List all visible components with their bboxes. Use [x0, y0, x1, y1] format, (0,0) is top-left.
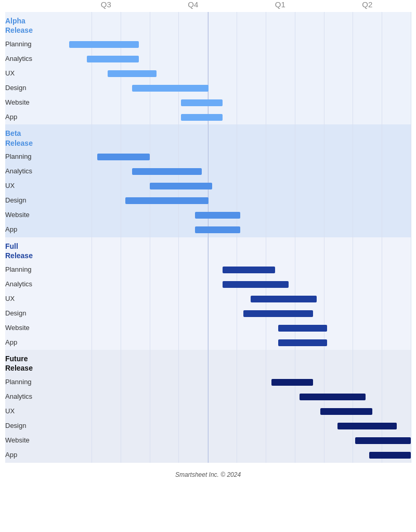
section-header-future: Future Release: [5, 350, 411, 375]
task-bars-full-5: [62, 335, 411, 350]
task-label-alpha-0: Planning: [5, 38, 62, 51]
gantt-bar-full-0: [223, 267, 275, 273]
task-bars-future-3: [62, 419, 411, 434]
task-row-alpha-3: Design: [5, 81, 411, 95]
task-label-beta-1: Analytics: [5, 165, 62, 178]
task-bars-beta-0: [62, 150, 411, 164]
quarter-q3: Q3: [62, 0, 150, 9]
section-header-bars-beta: [62, 130, 411, 145]
gantt-bar-alpha-1: [87, 56, 139, 62]
task-bars-full-2: [62, 292, 411, 306]
footer-text: Smartsheet Inc. © 2024: [175, 471, 241, 478]
quarter-q1: Q1: [237, 0, 324, 9]
task-row-future-2: UX: [5, 404, 411, 419]
task-label-beta-3: Design: [5, 194, 62, 207]
gantt-bar-future-4: [355, 437, 411, 444]
gantt-bar-full-1: [223, 281, 289, 288]
task-row-beta-4: Website: [5, 208, 411, 223]
task-bars-beta-5: [62, 223, 411, 237]
task-row-full-0: Planning: [5, 262, 411, 277]
task-row-future-0: Planning: [5, 375, 411, 390]
task-row-future-5: App: [5, 448, 411, 463]
gantt-body: Alpha ReleasePlanningAnalyticsUXDesignWe…: [5, 12, 411, 463]
gantt-bar-alpha-2: [108, 70, 157, 77]
quarter-q4: Q4: [150, 0, 237, 9]
task-label-future-5: App: [5, 449, 62, 462]
quarter-q2: Q2: [324, 0, 411, 9]
gantt-bar-alpha-0: [69, 41, 139, 48]
task-row-beta-1: Analytics: [5, 164, 411, 179]
gantt-bar-alpha-3: [132, 85, 209, 92]
gantt-bar-beta-1: [132, 168, 202, 175]
task-bars-future-5: [62, 448, 411, 463]
task-row-future-4: Website: [5, 434, 411, 448]
task-label-alpha-1: Analytics: [5, 53, 62, 66]
task-label-alpha-5: App: [5, 111, 62, 124]
section-block-future: Future ReleasePlanningAnalyticsUXDesignW…: [5, 350, 411, 462]
task-row-alpha-2: UX: [5, 66, 411, 81]
section-block-alpha: Alpha ReleasePlanningAnalyticsUXDesignWe…: [5, 12, 411, 124]
task-label-full-2: UX: [5, 293, 62, 306]
task-bars-future-2: [62, 404, 411, 419]
task-bars-alpha-1: [62, 52, 411, 66]
task-label-future-4: Website: [5, 434, 62, 447]
task-row-alpha-1: Analytics: [5, 52, 411, 66]
task-row-full-5: App: [5, 335, 411, 350]
task-label-beta-4: Website: [5, 209, 62, 222]
task-row-beta-3: Design: [5, 194, 411, 208]
task-row-full-2: UX: [5, 292, 411, 306]
task-bars-full-4: [62, 321, 411, 335]
gantt-bar-beta-2: [150, 183, 213, 189]
task-row-alpha-5: App: [5, 110, 411, 124]
task-label-future-3: Design: [5, 420, 62, 433]
task-label-beta-0: Planning: [5, 150, 62, 163]
gantt-bar-beta-5: [195, 226, 240, 233]
section-title-future: Future Release: [5, 350, 62, 375]
task-bars-full-1: [62, 277, 411, 292]
task-row-beta-5: App: [5, 223, 411, 237]
task-row-full-3: Design: [5, 306, 411, 321]
task-label-beta-5: App: [5, 223, 62, 236]
task-label-full-4: Website: [5, 322, 62, 335]
task-label-beta-2: UX: [5, 180, 62, 193]
task-bars-alpha-3: [62, 81, 411, 95]
task-bars-alpha-2: [62, 66, 411, 81]
gantt-bar-future-2: [320, 408, 373, 415]
gantt-bar-full-2: [251, 296, 317, 302]
task-bars-full-3: [62, 306, 411, 321]
task-bars-beta-3: [62, 194, 411, 208]
task-row-alpha-4: Website: [5, 95, 411, 110]
task-row-beta-0: Planning: [5, 150, 411, 164]
section-header-bars-future: [62, 355, 411, 370]
task-bars-beta-4: [62, 208, 411, 223]
task-bars-alpha-4: [62, 95, 411, 110]
section-title-beta: Beta Release: [5, 124, 62, 149]
task-bars-future-0: [62, 375, 411, 390]
gantt-chart: Q3 Q4 Q1 Q2 Alpha ReleasePlanningAnalyti…: [5, 0, 411, 463]
task-label-full-1: Analytics: [5, 278, 62, 291]
gantt-bar-future-0: [271, 379, 313, 386]
gantt-bar-alpha-5: [181, 114, 223, 121]
section-title-alpha: Alpha Release: [5, 12, 62, 37]
task-label-future-1: Analytics: [5, 390, 62, 403]
section-header-bars-alpha: [62, 17, 411, 32]
gantt-bar-future-3: [337, 423, 397, 429]
section-block-full: Full ReleasePlanningAnalyticsUXDesignWeb…: [5, 237, 411, 350]
section-block-beta: Beta ReleasePlanningAnalyticsUXDesignWeb…: [5, 124, 411, 237]
task-bars-alpha-5: [62, 110, 411, 124]
task-bars-future-4: [62, 434, 411, 448]
task-row-full-4: Website: [5, 321, 411, 335]
task-row-future-3: Design: [5, 419, 411, 434]
task-bars-alpha-0: [62, 37, 411, 52]
task-label-full-3: Design: [5, 307, 62, 320]
task-label-future-0: Planning: [5, 376, 62, 389]
task-label-future-2: UX: [5, 405, 62, 418]
gantt-bar-future-1: [300, 394, 366, 400]
task-label-alpha-3: Design: [5, 82, 62, 95]
gantt-bar-alpha-4: [181, 99, 223, 106]
section-header-bars-full: [62, 243, 411, 257]
task-bars-future-1: [62, 390, 411, 404]
gantt-bar-future-5: [369, 452, 411, 459]
task-label-alpha-2: UX: [5, 67, 62, 80]
section-header-full: Full Release: [5, 237, 411, 262]
